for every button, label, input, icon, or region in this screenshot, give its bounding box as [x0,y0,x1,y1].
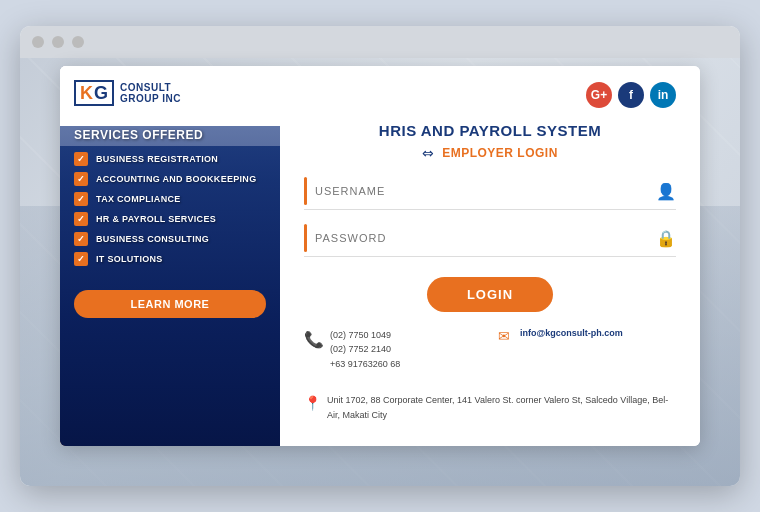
email-address: info@kgconsult-ph.com [520,328,623,338]
check-icon: ✓ [74,212,88,226]
linkedin-button[interactable]: in [650,82,676,108]
password-input[interactable] [315,228,648,248]
user-icon: 👤 [656,182,676,201]
list-item: ✓ ACCOUNTING AND BOOKKEEPING [74,172,266,186]
address-text: Unit 1702, 88 Corporate Center, 141 Vale… [327,393,676,422]
check-icon: ✓ [74,192,88,206]
services-title: SERVICES OFFERED [74,128,266,142]
system-title: HRIS AND PAYROLL SYSTEM [304,122,676,139]
window-dot-2 [52,36,64,48]
logo-line1: CONSULT [120,82,181,93]
logo-box: K G [74,80,114,106]
phone-numbers: (02) 7750 1049 (02) 7752 2140 +63 917632… [330,328,400,371]
address-block: 📍 Unit 1702, 88 Corporate Center, 141 Va… [304,393,676,422]
service-label: HR & PAYROLL SERVICES [96,214,216,224]
window-dot-1 [32,36,44,48]
titlebar [20,26,740,58]
employer-login-row: ⇔ EMPLOYER LOGIN [304,145,676,161]
list-item: ✓ BUSINESS CONSULTING [74,232,266,246]
location-icon: 📍 [304,395,321,411]
facebook-button[interactable]: f [618,82,644,108]
social-icons-row: G+ f in [304,82,676,108]
phone-contact-block: 📞 (02) 7750 1049 (02) 7752 2140 +63 9176… [304,328,482,371]
learn-more-button[interactable]: LEARN MORE [74,290,266,318]
list-item: ✓ TAX COMPLIANCE [74,192,266,206]
logo-g: G [94,84,108,102]
email-icon: ✉ [498,328,510,344]
list-item: ✓ BUSINESS REGISTRATION [74,152,266,166]
phone-1: (02) 7750 1049 [330,330,391,340]
input-border-accent [304,177,307,205]
check-icon: ✓ [74,172,88,186]
login-button[interactable]: LOGIN [427,277,553,312]
main-card: K G CONSULT GROUP INC SERVICES OFFERED ✓… [60,66,700,446]
password-input-group: 🔒 [304,224,676,257]
lock-icon: 🔒 [656,229,676,248]
service-label: IT SOLUTIONS [96,254,163,264]
google-plus-button[interactable]: G+ [586,82,612,108]
list-item: ✓ HR & PAYROLL SERVICES [74,212,266,226]
phone-icon: 📞 [304,330,324,349]
window-dot-3 [72,36,84,48]
employer-login-label: EMPLOYER LOGIN [442,146,558,160]
service-label: BUSINESS CONSULTING [96,234,209,244]
email-contact-block: ✉ info@kgconsult-ph.com [498,328,676,371]
check-icon: ✓ [74,232,88,246]
check-icon: ✓ [74,252,88,266]
username-input-group: 👤 [304,177,676,210]
contact-section: 📞 (02) 7750 1049 (02) 7752 2140 +63 9176… [304,328,676,422]
phone-3: +63 91763260 68 [330,359,400,369]
logo-line2: GROUP INC [120,93,181,104]
service-label: BUSINESS REGISTRATION [96,154,218,164]
services-section: SERVICES OFFERED ✓ BUSINESS REGISTRATION… [60,116,280,280]
logo-k: K [80,84,93,102]
right-panel: G+ f in HRIS AND PAYROLL SYSTEM ⇔ EMPLOY… [280,66,700,446]
service-label: TAX COMPLIANCE [96,194,181,204]
username-input[interactable] [315,181,648,201]
arrows-icon: ⇔ [422,145,434,161]
main-window: K G CONSULT GROUP INC SERVICES OFFERED ✓… [20,26,740,486]
input-border-accent [304,224,307,252]
logo-area: K G CONSULT GROUP INC [60,66,280,116]
service-label: ACCOUNTING AND BOOKKEEPING [96,174,256,184]
phone-2: (02) 7752 2140 [330,344,391,354]
check-icon: ✓ [74,152,88,166]
list-item: ✓ IT SOLUTIONS [74,252,266,266]
logo-text: CONSULT GROUP INC [120,82,181,104]
left-panel: K G CONSULT GROUP INC SERVICES OFFERED ✓… [60,66,280,446]
